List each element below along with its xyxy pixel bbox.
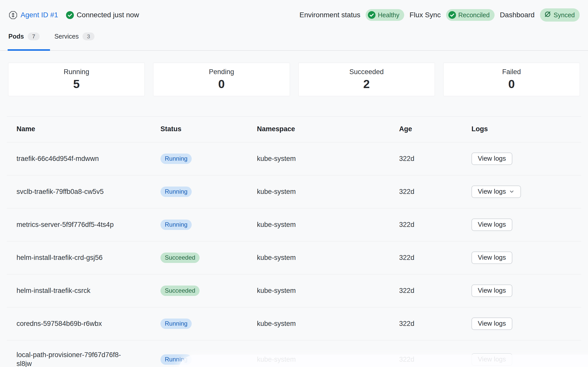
pod-namespace: kube-system — [257, 287, 296, 294]
pod-age: 322d — [399, 356, 414, 363]
stat-card-failed: Failed 0 — [443, 63, 580, 96]
tab-pods-count-badge: 7 — [28, 32, 40, 40]
status-badge: Running — [160, 187, 192, 197]
chevron-down-icon — [509, 189, 515, 194]
stat-label: Failed — [502, 68, 521, 76]
pod-name: traefik-66c46d954f-mdwwn — [17, 154, 126, 163]
view-logs-button[interactable]: View logs — [471, 318, 512, 330]
agent-status-group: Agent ID #1 Connected just now — [8, 10, 139, 20]
sync-icon — [543, 10, 551, 20]
tab-bar: Pods 7 Services 3 — [0, 32, 588, 51]
stat-value: 5 — [73, 77, 80, 91]
column-header-age: Age — [399, 117, 471, 142]
dashboard-label: Dashboard — [500, 11, 535, 19]
stat-label: Running — [64, 68, 89, 76]
pods-table-section: Name Status Namespace Age Logs traefik-6… — [7, 116, 581, 367]
pod-namespace: kube-system — [257, 188, 296, 195]
view-logs-label: View logs — [478, 188, 506, 195]
column-header-status: Status — [160, 117, 257, 142]
environment-status-value: Healthy — [378, 11, 399, 19]
view-logs-label: View logs — [478, 287, 506, 294]
view-logs-label: View logs — [478, 221, 506, 228]
flux-sync-label: Flux Sync — [410, 11, 441, 19]
check-circle-icon — [66, 11, 74, 19]
stat-value: 0 — [218, 77, 225, 91]
pod-name: local-path-provisioner-79f67d76f8-sl8jw — [17, 351, 126, 367]
table-row: metrics-server-5f9f776df5-4ts4p Running … — [7, 208, 581, 241]
status-badge: Running — [160, 319, 192, 329]
table-row: traefik-66c46d954f-mdwwn Running kube-sy… — [7, 142, 581, 175]
pod-stats-row: Running 5 Pending 0 Succeeded 2 Failed 0 — [8, 63, 580, 96]
pod-namespace: kube-system — [257, 320, 296, 327]
view-logs-label: View logs — [478, 320, 506, 327]
view-logs-button[interactable]: View logs — [471, 353, 512, 366]
tab-services-label: Services — [54, 32, 79, 40]
pod-age: 322d — [399, 188, 414, 195]
connection-status-text: Connected just now — [77, 11, 139, 19]
stat-value: 0 — [508, 77, 515, 91]
pod-age: 322d — [399, 320, 414, 327]
flux-sync-badge: Reconciled — [446, 9, 495, 21]
pod-age: 322d — [399, 287, 414, 294]
status-badge: Running — [160, 220, 192, 230]
status-badge: Running — [160, 354, 192, 365]
flux-sync-value: Reconciled — [458, 11, 490, 19]
agent-id-link[interactable]: Agent ID #1 — [21, 11, 58, 19]
pod-name: svclb-traefik-79ffb0a8-cw5v5 — [17, 187, 126, 196]
table-row: svclb-traefik-79ffb0a8-cw5v5 Running kub… — [7, 175, 581, 208]
pod-name: coredns-597584b69b-r6wbx — [17, 319, 126, 328]
pod-age: 322d — [399, 155, 414, 162]
view-logs-label: View logs — [478, 254, 506, 261]
environment-badges-group: Environment status Healthy Flux Sync — [300, 8, 580, 22]
dashboard-sync-value: Synced — [554, 11, 575, 19]
tab-pods[interactable]: Pods 7 — [8, 32, 40, 50]
pod-age: 322d — [399, 221, 414, 228]
tab-services[interactable]: Services 3 — [54, 32, 94, 50]
environment-status-badge: Healthy — [366, 9, 404, 21]
tab-pods-label: Pods — [8, 32, 24, 40]
environment-status-label: Environment status — [300, 11, 361, 19]
view-logs-label: View logs — [478, 155, 506, 162]
agent-icon — [8, 10, 18, 20]
stat-card-pending: Pending 0 — [153, 63, 290, 96]
stat-value: 2 — [363, 77, 370, 91]
column-header-name: Name — [7, 117, 160, 142]
column-header-logs: Logs — [471, 117, 581, 142]
pod-name: helm-install-traefik-csrck — [17, 286, 126, 295]
table-row: helm-install-traefik-csrck Succeeded kub… — [7, 274, 581, 307]
page-root: Agent ID #1 Connected just now Environme… — [0, 0, 588, 367]
stat-label: Succeeded — [349, 68, 384, 76]
view-logs-button[interactable]: View logs — [471, 153, 512, 165]
view-logs-button[interactable]: View logs — [471, 285, 512, 297]
view-logs-button[interactable]: View logs — [471, 219, 512, 231]
table-row: helm-install-traefik-crd-gsj56 Succeeded… — [7, 241, 581, 274]
stat-card-succeeded: Succeeded 2 — [298, 63, 435, 96]
status-badge: Succeeded — [160, 253, 200, 263]
view-logs-label: View logs — [478, 355, 506, 363]
table-row: local-path-provisioner-79f67d76f8-sl8jw … — [7, 340, 581, 367]
pod-name: helm-install-traefik-crd-gsj56 — [17, 253, 126, 262]
pod-namespace: kube-system — [257, 155, 296, 162]
dashboard-sync-badge: Synced — [540, 8, 580, 22]
view-logs-button[interactable]: View logs — [471, 186, 521, 198]
column-header-namespace: Namespace — [257, 117, 399, 142]
view-logs-button[interactable]: View logs — [471, 252, 512, 264]
pod-age: 322d — [399, 254, 414, 261]
stat-card-running: Running 5 — [8, 63, 145, 96]
pod-name: metrics-server-5f9f776df5-4ts4p — [17, 220, 126, 229]
stat-label: Pending — [209, 68, 234, 76]
status-badge: Succeeded — [160, 286, 200, 296]
status-badge: Running — [160, 154, 192, 164]
tab-services-count-badge: 3 — [83, 32, 94, 40]
pod-namespace: kube-system — [257, 221, 296, 228]
topbar: Agent ID #1 Connected just now Environme… — [0, 0, 588, 22]
check-circle-icon — [448, 11, 456, 19]
table-header-row: Name Status Namespace Age Logs — [7, 117, 581, 142]
check-circle-icon — [368, 11, 375, 19]
pod-namespace: kube-system — [257, 254, 296, 261]
pods-table: Name Status Namespace Age Logs traefik-6… — [7, 116, 581, 367]
pod-namespace: kube-system — [257, 356, 296, 363]
pods-table-body: traefik-66c46d954f-mdwwn Running kube-sy… — [7, 142, 581, 367]
table-row: coredns-597584b69b-r6wbx Running kube-sy… — [7, 307, 581, 340]
